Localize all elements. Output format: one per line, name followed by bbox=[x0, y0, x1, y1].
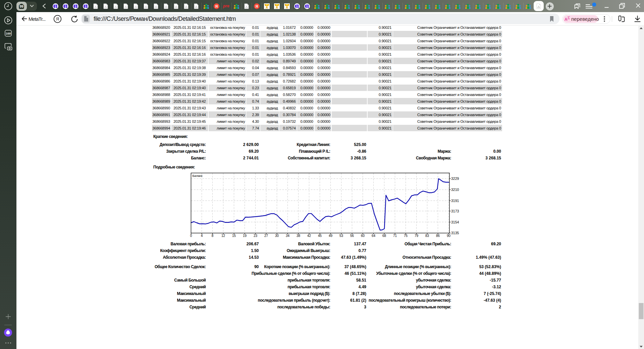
svg-text:3135: 3135 bbox=[451, 231, 459, 235]
svg-text:あ: あ bbox=[567, 16, 570, 20]
svg-text:64: 64 bbox=[372, 234, 376, 238]
svg-text:90: 90 bbox=[447, 234, 451, 238]
svg-text:4: 4 bbox=[201, 234, 203, 238]
svg-text:8: 8 bbox=[212, 234, 214, 238]
svg-text:3229: 3229 bbox=[451, 177, 459, 181]
svg-text:79: 79 bbox=[415, 234, 419, 238]
svg-text:68: 68 bbox=[382, 234, 386, 238]
svg-text:38: 38 bbox=[297, 234, 301, 238]
svg-text:3210: 3210 bbox=[451, 188, 459, 192]
svg-text:42: 42 bbox=[307, 234, 311, 238]
svg-text:45: 45 bbox=[318, 234, 322, 238]
svg-text:86: 86 bbox=[436, 234, 440, 238]
svg-text:49: 49 bbox=[329, 234, 333, 238]
svg-text:56: 56 bbox=[350, 234, 354, 238]
svg-text:Баланс: Баланс bbox=[193, 174, 203, 178]
svg-text:19: 19 bbox=[243, 234, 247, 238]
svg-text:71: 71 bbox=[393, 234, 397, 238]
svg-text:99: 99 bbox=[19, 5, 23, 8]
svg-text:27: 27 bbox=[264, 234, 268, 238]
svg-text:34: 34 bbox=[286, 234, 290, 238]
svg-text:3173: 3173 bbox=[451, 209, 459, 213]
svg-text:75: 75 bbox=[404, 234, 408, 238]
svg-text:53: 53 bbox=[339, 234, 343, 238]
svg-text:12: 12 bbox=[221, 234, 225, 238]
svg-text:15: 15 bbox=[232, 234, 236, 238]
svg-text:169: 169 bbox=[6, 32, 11, 35]
svg-text:0: 0 bbox=[190, 234, 192, 238]
svg-text:Я: Я bbox=[215, 4, 218, 8]
svg-text:3191: 3191 bbox=[451, 199, 459, 203]
svg-text:Я: Я bbox=[256, 4, 258, 8]
svg-text:23: 23 bbox=[254, 234, 258, 238]
svg-text:3154: 3154 bbox=[451, 220, 459, 224]
svg-text:60: 60 bbox=[361, 234, 365, 238]
svg-text:Я: Я bbox=[56, 17, 59, 21]
svg-text:30: 30 bbox=[275, 234, 279, 238]
svg-text:83: 83 bbox=[425, 234, 429, 238]
